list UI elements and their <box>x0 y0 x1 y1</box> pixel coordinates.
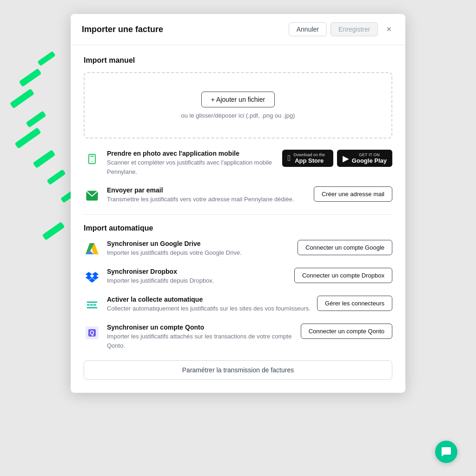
google-play-button[interactable]: ▶ GET IT ON Google Play <box>337 150 392 167</box>
create-email-button[interactable]: Créer une adresse mail <box>314 186 392 202</box>
close-button[interactable]: × <box>383 24 394 35</box>
drop-zone[interactable]: + Ajouter un fichier ou le glisser/dépos… <box>84 72 392 139</box>
email-action: Créer une adresse mail <box>314 186 392 202</box>
import-modal: Importer une facture Annuler Enregistrer… <box>71 14 405 393</box>
qonto-title: Synchroniser un compte Qonto <box>107 324 294 331</box>
connect-google-button[interactable]: Connecter un compte Google <box>298 240 392 255</box>
chat-bubble[interactable] <box>435 441 457 463</box>
mobile-feature-title: Prendre en photo avec l'application mobi… <box>107 150 276 157</box>
google-play-big: Google Play <box>352 157 387 164</box>
dropbox-title: Synchroniser Dropbox <box>107 268 288 275</box>
email-feature-desc: Transmettre les justificatifs vers votre… <box>107 195 307 204</box>
cancel-button[interactable]: Annuler <box>289 22 327 36</box>
qonto-desc: Importer les justificatifs attachés sur … <box>107 332 294 350</box>
svg-point-2 <box>92 161 93 162</box>
modal-wrapper: Importer une facture Annuler Enregistrer… <box>71 14 405 393</box>
mobile-feature-row: Prendre en photo avec l'application mobi… <box>84 150 392 176</box>
collecte-action: Gérer les connecteurs <box>317 296 392 311</box>
connect-dropbox-button[interactable]: Connecter un compte Dropbox <box>294 268 392 283</box>
save-button[interactable]: Enregistrer <box>331 22 378 36</box>
collecte-content: Activer la collecte automatique Collecte… <box>107 296 311 313</box>
collecte-title: Activer la collecte automatique <box>107 296 311 303</box>
collecte-desc: Collecter automatiquement les justificat… <box>107 304 311 313</box>
google-drive-title: Synchroniser un Google Drive <box>107 240 291 247</box>
drop-hint: ou le glisser/déposer ici (.pdf, .png ou… <box>94 112 382 119</box>
phone-icon <box>84 151 100 167</box>
connector-icon <box>84 297 100 313</box>
dropbox-desc: Importer les justificatifs depuis Dropbo… <box>107 276 288 285</box>
modal-body: Import manuel + Ajouter un fichier ou le… <box>71 45 405 393</box>
header-actions: Annuler Enregistrer × <box>289 22 394 36</box>
email-icon <box>84 187 100 204</box>
connect-qonto-button[interactable]: Connecter un compte Qonto <box>301 324 392 339</box>
footer-button[interactable]: Paramétrer la transmission de factures <box>84 360 392 380</box>
import-manuel-section: Import manuel + Ajouter un fichier ou le… <box>84 56 392 204</box>
qonto-icon: Q <box>84 324 100 341</box>
mobile-feature-desc: Scanner et compléter vos justificatifs a… <box>107 158 276 176</box>
google-drive-icon <box>84 241 100 258</box>
app-store-buttons:  Download on the App Store ▶ GET IT ON … <box>282 150 392 167</box>
dropbox-icon <box>84 269 100 285</box>
qonto-row: Q Synchroniser un compte Qonto Importer … <box>84 324 392 350</box>
email-feature-content: Envoyer par email Transmettre les justif… <box>107 186 307 204</box>
add-file-button[interactable]: + Ajouter un fichier <box>201 92 275 107</box>
modal-header: Importer une facture Annuler Enregistrer… <box>71 14 405 45</box>
app-store-small: Download on the <box>293 152 325 157</box>
email-feature-title: Envoyer par email <box>107 186 307 194</box>
google-drive-desc: Importer les justificatifs depuis votre … <box>107 248 291 258</box>
google-drive-action: Connecter un compte Google <box>298 240 392 255</box>
import-manuel-title: Import manuel <box>84 56 392 65</box>
manage-connectors-button[interactable]: Gérer les connecteurs <box>317 296 392 311</box>
app-store-button[interactable]:  Download on the App Store <box>282 150 333 167</box>
google-drive-content: Synchroniser un Google Drive Importer le… <box>107 240 291 258</box>
svg-marker-9 <box>86 272 99 277</box>
dropbox-row: Synchroniser Dropbox Importer les justif… <box>84 268 392 285</box>
qonto-action: Connecter un compte Qonto <box>301 324 392 339</box>
app-store-big: App Store <box>293 157 325 164</box>
svg-text:Q: Q <box>90 330 94 336</box>
dropbox-action: Connecter un compte Dropbox <box>294 268 392 283</box>
dropbox-content: Synchroniser Dropbox Importer les justif… <box>107 268 288 285</box>
modal-title: Importer une facture <box>82 25 163 34</box>
import-automatique-section: Import automatique Synchroniser un <box>84 224 392 350</box>
section-divider <box>84 214 392 215</box>
email-feature-row: Envoyer par email Transmettre les justif… <box>84 186 392 204</box>
google-play-small: GET IT ON <box>352 152 387 157</box>
qonto-content: Synchroniser un compte Qonto Importer le… <box>107 324 294 350</box>
google-drive-row: Synchroniser un Google Drive Importer le… <box>84 240 392 258</box>
mobile-feature-content: Prendre en photo avec l'application mobi… <box>107 150 276 176</box>
collecte-row: Activer la collecte automatique Collecte… <box>84 296 392 313</box>
import-automatique-title: Import automatique <box>84 224 392 232</box>
